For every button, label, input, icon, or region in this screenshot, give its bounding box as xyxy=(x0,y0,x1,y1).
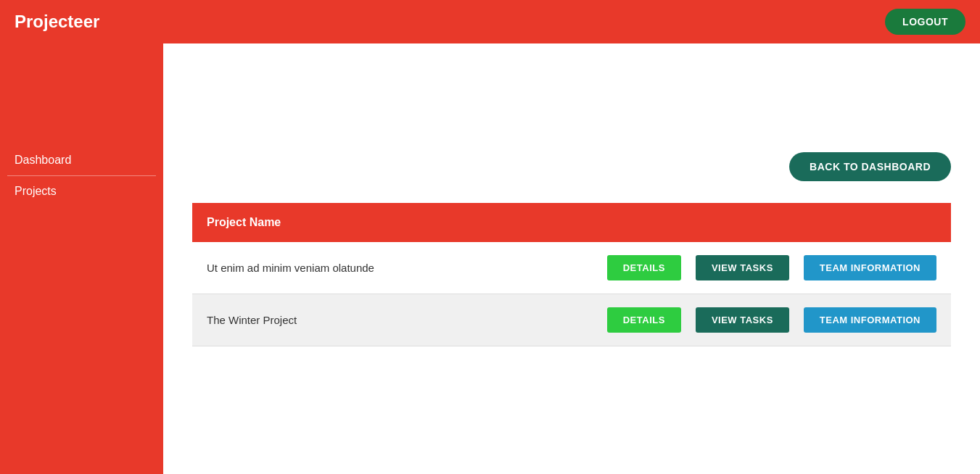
project-actions-1: DETAILS VIEW TASKS TEAM INFORMATION xyxy=(461,242,951,294)
project-name-2: The Winter Project xyxy=(192,294,461,346)
app-header: Projecteer LOGOUT xyxy=(0,0,980,43)
details-button-1[interactable]: DETAILS xyxy=(607,255,681,280)
table-row: The Winter Project DETAILS VIEW TASKS TE… xyxy=(192,294,951,346)
logout-button[interactable]: LOGOUT xyxy=(885,9,965,35)
project-name-1: Ut enim ad minim veniam olatunde xyxy=(192,242,461,294)
table-row: Ut enim ad minim veniam olatunde DETAILS… xyxy=(192,242,951,294)
app-title: Projecteer xyxy=(15,12,99,32)
main-layout: Dashboard Projects BACK TO DASHBOARD Pro… xyxy=(0,43,980,474)
back-to-dashboard-button[interactable]: BACK TO DASHBOARD xyxy=(789,152,951,181)
sidebar-item-dashboard[interactable]: Dashboard xyxy=(7,145,156,176)
table-header-project-name: Project Name xyxy=(192,203,951,242)
sidebar-item-projects[interactable]: Projects xyxy=(7,176,156,207)
view-tasks-button-2[interactable]: VIEW TASKS xyxy=(696,307,789,333)
team-info-button-2[interactable]: TEAM INFORMATION xyxy=(804,307,936,333)
project-actions-2: DETAILS VIEW TASKS TEAM INFORMATION xyxy=(461,294,951,346)
details-button-2[interactable]: DETAILS xyxy=(607,307,681,333)
back-btn-container: BACK TO DASHBOARD xyxy=(192,152,951,181)
main-content: BACK TO DASHBOARD Project Name Ut enim a… xyxy=(163,43,980,474)
team-info-button-1[interactable]: TEAM INFORMATION xyxy=(804,255,936,280)
sidebar: Dashboard Projects xyxy=(0,43,163,474)
projects-table: Project Name Ut enim ad minim veniam ola… xyxy=(192,203,951,346)
view-tasks-button-1[interactable]: VIEW TASKS xyxy=(696,255,789,280)
